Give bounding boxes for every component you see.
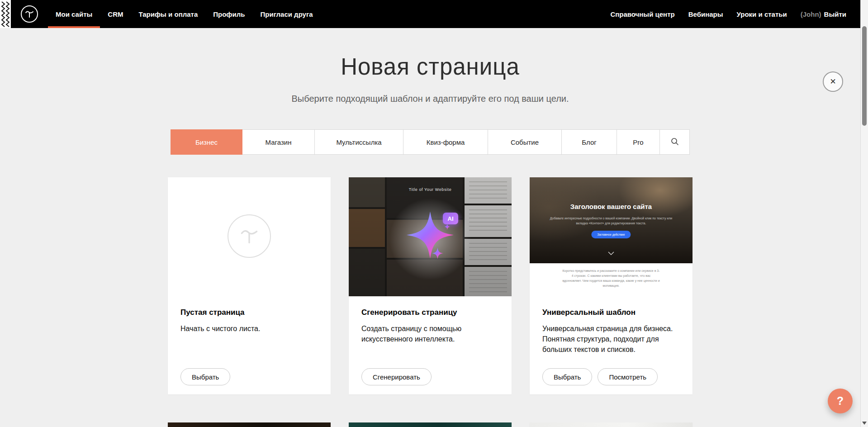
template-preview-image [349,422,512,427]
tab-multilink[interactable]: Мультиссылка [314,130,403,154]
preview-body-section: Коротко представьтесь и расскажите о ком… [530,263,693,296]
nav-item-profile[interactable]: Профиль [205,0,252,28]
nav-item-my-sites[interactable]: Мои сайты [48,0,100,28]
card-title: Универсальный шаблон [542,308,680,317]
universal-preview: Заголовок вашего сайта Добавьте интересн… [530,177,693,296]
tab-blog[interactable]: Блог [561,130,617,154]
main-content: ✕ Новая страница Выберите подходящий шаб… [0,28,860,427]
scroll-down-arrow-icon[interactable] [862,422,867,425]
question-mark-icon: ? [837,394,844,408]
template-grid: Пустая страница Начать с чистого листа. … [168,177,693,427]
template-card-universal: Заголовок вашего сайта Добавьте интересн… [530,177,693,394]
tab-business[interactable]: Бизнес [171,130,242,154]
preview-hero-button: Заглавное действие [591,231,631,238]
nav-item-help-center[interactable]: Справочный центр [603,10,681,18]
template-preview-image [168,422,331,427]
nav-item-crm[interactable]: CRM [100,0,131,28]
zigzag-pattern-icon [0,0,11,28]
template-preview-image [530,422,693,427]
template-card-blank: Пустая страница Начать с чистого листа. … [168,177,331,394]
logout-label: Выйти [824,10,846,18]
top-header: Мои сайты CRM Тарифы и оплата Профиль Пр… [0,0,860,28]
card-description: Начать с чистого листа. [180,323,318,334]
tilda-logo-icon[interactable] [21,5,38,23]
generate-button[interactable]: Сгенерировать [361,368,432,385]
preview-hero-title: Заголовок вашего сайта [530,203,693,210]
logout-link[interactable]: (John) Выйти [794,10,853,18]
nav-item-webinars[interactable]: Вебинары [682,10,730,18]
close-button[interactable]: ✕ [823,71,843,92]
template-card-partial [349,422,512,427]
preview-button[interactable]: Посмотреть [598,368,658,385]
tab-event[interactable]: Событие [488,130,561,154]
nav-item-invite-friend[interactable]: Пригласи друга [252,0,320,28]
main-nav: Мои сайты CRM Тарифы и оплата Профиль Пр… [48,0,321,28]
close-icon: ✕ [830,77,836,86]
blank-preview [168,177,331,296]
scrollbar-thumb[interactable] [862,26,867,126]
template-card-partial [168,422,331,427]
preview-body-text: Коротко представьтесь и расскажите о ком… [562,269,660,296]
choose-button[interactable]: Выбрать [542,368,592,385]
chevron-down-icon [608,249,614,257]
page-title: Новая страница [0,53,860,80]
nav-item-lessons[interactable]: Уроки и статьи [730,10,794,18]
preview-hero: Заголовок вашего сайта Добавьте интересн… [530,177,693,263]
choose-button[interactable]: Выбрать [180,368,230,385]
template-card-partial [530,422,693,427]
template-card-ai-generate: Title of Your Website [349,177,512,394]
search-icon [671,138,679,147]
page-subtitle: Выберите подходящий шаблон и адаптируйте… [0,94,860,104]
card-description: Универсальная страница для бизнеса. Поня… [542,323,680,355]
scrollbar-track[interactable] [860,0,868,427]
preview-hero-subtitle: Добавьте интересные подробности о вашей … [548,216,675,226]
template-category-tabs: Бизнес Магазин Мультиссылка Квиз-форма С… [171,129,690,155]
card-title: Пустая страница [180,308,318,317]
help-button[interactable]: ? [828,389,853,413]
user-name: (John) [801,10,821,18]
card-title: Сгенерировать страницу [361,308,499,317]
collage-site-title: Title of Your Website [349,187,512,192]
secondary-nav: Справочный центр Вебинары Уроки и статьи… [603,0,853,28]
card-description: Создать страницу с помощью искусственног… [361,323,499,344]
tab-search[interactable] [659,130,689,154]
tab-quiz[interactable]: Квиз-форма [403,130,488,154]
tilda-watermark-icon [228,214,271,258]
nav-item-tariffs[interactable]: Тарифы и оплата [131,0,205,28]
ai-badge: AI [443,213,458,224]
ai-collage-preview: Title of Your Website [349,177,512,296]
tab-pro[interactable]: Pro [617,130,659,154]
tab-shop[interactable]: Магазин [242,130,314,154]
